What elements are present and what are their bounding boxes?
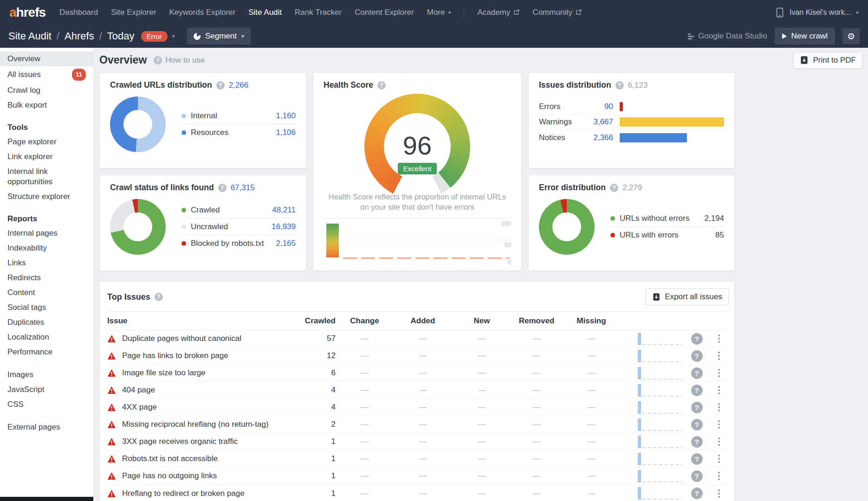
table-row[interactable]: Image file size too large6—————? [107, 365, 727, 382]
kebab-menu-icon[interactable] [711, 401, 727, 413]
sidebar-item-images[interactable]: Images [0, 367, 93, 382]
settings-button[interactable]: ⚙ [842, 28, 860, 44]
nav-item-more[interactable]: More▾ [427, 8, 451, 17]
google-data-studio-button[interactable]: Google Data Studio [688, 32, 767, 41]
kebab-menu-icon[interactable] [711, 367, 727, 379]
help-icon[interactable]: ? [691, 436, 703, 448]
sidebar-item-overview[interactable]: Overview [0, 51, 93, 66]
sidebar-item-all-issues[interactable]: All issues11 [0, 66, 93, 83]
question-icon[interactable]: ? [218, 184, 227, 192]
segment-button[interactable]: Segment ▾ [187, 28, 251, 45]
table-row[interactable]: Missing reciprocal hreflang (no return-t… [107, 416, 727, 433]
new-crawl-button[interactable]: New crawl [775, 28, 835, 45]
table-row[interactable]: Page has no outgoing links1—————? [107, 468, 727, 485]
sidebar-item-localization[interactable]: Localization [0, 330, 93, 345]
legend-value[interactable]: 48,211 [272, 206, 296, 215]
sidebar-item-bulk-export[interactable]: Bulk export [0, 98, 93, 113]
how-to-use-link[interactable]: ? How to use [154, 56, 205, 65]
help-icon[interactable]: ? [691, 470, 703, 482]
help-icon[interactable]: ? [691, 453, 703, 465]
issue-type-count[interactable]: 2,366 [580, 133, 613, 142]
sidebar-item-structure-explorer[interactable]: Structure explorer [0, 189, 93, 204]
question-icon[interactable]: ? [155, 293, 163, 301]
table-row[interactable]: Duplicate pages without canonical57—————… [107, 330, 727, 347]
issue-name[interactable]: Image file size too large [122, 368, 206, 378]
nav-item-dashboard[interactable]: Dashboard [59, 8, 98, 17]
ahrefs-logo[interactable]: ahrefs [9, 5, 45, 20]
breadcrumb-site-audit[interactable]: Site Audit [8, 30, 52, 42]
help-icon[interactable]: ? [691, 488, 703, 499]
question-icon[interactable]: ? [216, 81, 225, 90]
legend-value[interactable]: 16,939 [272, 222, 296, 231]
nav-item-keywords-explorer[interactable]: Keywords Explorer [169, 8, 236, 17]
sidebar-item-external-pages[interactable]: External pages [0, 420, 93, 435]
card-total[interactable]: 2,266 [229, 81, 249, 90]
issue-name[interactable]: Hreflang to redirect or broken page [122, 489, 245, 498]
issue-name[interactable]: Page has no outgoing links [122, 471, 217, 481]
account-menu[interactable]: Ivan Kisel's work... ▾ [775, 7, 859, 18]
table-row[interactable]: Robots.txt is not accessible1—————? [107, 450, 727, 468]
issue-type-count[interactable]: 90 [580, 102, 613, 111]
nav-item-rank-tracker[interactable]: Rank Tracker [295, 8, 342, 17]
nav-item-community[interactable]: Community [532, 8, 582, 17]
legend-label: URLs with errors [620, 231, 715, 240]
kebab-menu-icon[interactable] [711, 384, 727, 396]
kebab-menu-icon[interactable] [711, 470, 727, 482]
kebab-menu-icon[interactable] [711, 453, 727, 465]
issue-name[interactable]: Page has links to broken page [122, 351, 228, 360]
sidebar-item-css[interactable]: CSS [0, 397, 93, 412]
sidebar-item-internal-link-opportunities[interactable]: Internal link opportunities [0, 164, 93, 189]
issue-name[interactable]: 404 page [122, 385, 155, 395]
nav-item-site-explorer[interactable]: Site Explorer [111, 8, 156, 17]
card-total[interactable]: 67,315 [231, 183, 255, 193]
issue-name[interactable]: Duplicate pages without canonical [122, 334, 241, 343]
sidebar-item-internal-pages[interactable]: Internal pages [0, 226, 93, 241]
table-row[interactable]: 3XX page receives organic traffic1—————? [107, 433, 727, 450]
table-row[interactable]: 404 page4—————? [107, 382, 727, 399]
issue-name[interactable]: Missing reciprocal hreflang (no return-t… [122, 420, 269, 429]
sidebar-item-link-explorer[interactable]: Link explorer [0, 149, 93, 164]
help-icon[interactable]: ? [691, 419, 703, 430]
help-icon[interactable]: ? [691, 367, 703, 379]
issue-type-count[interactable]: 3,667 [580, 117, 613, 127]
kebab-menu-icon[interactable] [711, 350, 727, 362]
help-icon[interactable]: ? [691, 350, 703, 362]
sidebar-item-links[interactable]: Links [0, 256, 93, 270]
issue-name[interactable]: Robots.txt is not accessible [122, 454, 218, 463]
kebab-menu-icon[interactable] [711, 418, 727, 430]
breadcrumb-project[interactable]: Ahrefs [65, 30, 94, 42]
breadcrumb-crawl[interactable]: Today [107, 30, 135, 42]
help-icon[interactable]: ? [691, 385, 703, 396]
nav-item-site-audit[interactable]: Site Audit [248, 8, 282, 17]
nav-item-content-explorer[interactable]: Content Explorer [355, 8, 414, 17]
sidebar-item-page-explorer[interactable]: Page explorer [0, 135, 93, 149]
legend-value[interactable]: 1,106 [276, 128, 296, 137]
sidebar-item-crawl-log[interactable]: Crawl log [0, 83, 93, 98]
kebab-menu-icon[interactable] [711, 488, 727, 500]
sidebar-item-duplicates[interactable]: Duplicates [0, 315, 93, 330]
sidebar-item-javascript[interactable]: JavaScript [0, 382, 93, 397]
table-row[interactable]: Page has links to broken page12—————? [107, 347, 727, 365]
sidebar-item-indexability[interactable]: Indexability [0, 241, 93, 256]
kebab-menu-icon[interactable] [711, 436, 727, 448]
issue-name[interactable]: 3XX page receives organic traffic [122, 437, 238, 446]
export-all-issues-button[interactable]: Export all issues [646, 289, 729, 305]
sidebar-item-social-tags[interactable]: Social tags [0, 300, 93, 315]
issue-name[interactable]: 4XX page [122, 403, 157, 412]
kebab-menu-icon[interactable] [711, 333, 727, 345]
crawl-dropdown-caret[interactable]: ▾ [172, 33, 175, 39]
question-icon[interactable]: ? [377, 81, 386, 90]
help-icon[interactable]: ? [691, 402, 703, 413]
sidebar-item-performance[interactable]: Performance [0, 345, 93, 360]
sidebar-item-content[interactable]: Content [0, 285, 93, 300]
print-to-pdf-button[interactable]: Print to PDF [793, 52, 862, 69]
help-icon[interactable]: ? [691, 333, 703, 345]
question-icon[interactable]: ? [615, 81, 624, 90]
legend-value[interactable]: 1,160 [276, 111, 296, 121]
question-icon[interactable]: ? [610, 184, 618, 192]
legend-value[interactable]: 2,165 [276, 239, 296, 248]
sidebar-item-redirects[interactable]: Redirects [0, 270, 93, 285]
table-row[interactable]: 4XX page4—————? [107, 399, 727, 416]
table-row[interactable]: Hreflang to redirect or broken page1————… [107, 485, 727, 501]
nav-item-academy[interactable]: Academy [477, 8, 519, 17]
